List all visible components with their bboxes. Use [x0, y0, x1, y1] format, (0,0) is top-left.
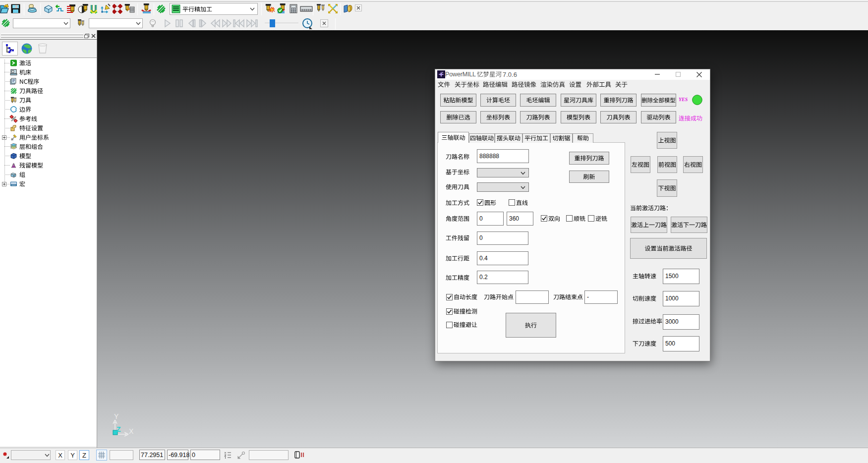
- svg-text:Y: Y: [114, 412, 119, 420]
- svg-text:X: X: [129, 427, 134, 435]
- svg-text:Z: Z: [116, 425, 121, 433]
